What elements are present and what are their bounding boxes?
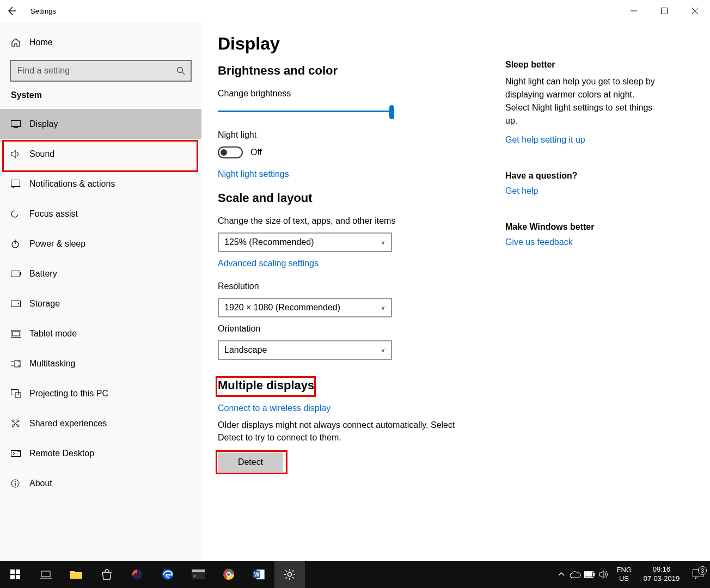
taskbar-app-store[interactable]	[91, 561, 122, 588]
minimize-button[interactable]	[619, 0, 649, 22]
window-title: Settings	[30, 7, 56, 15]
focus-assist-icon	[11, 209, 29, 218]
task-view-button[interactable]	[30, 561, 61, 588]
nav-item-tablet-mode[interactable]: Tablet mode	[0, 318, 201, 348]
nav-item-focus-assist[interactable]: Focus assist	[0, 199, 201, 229]
night-light-toggle[interactable]: Off	[218, 146, 489, 158]
resolution-label: Resolution	[218, 281, 489, 291]
tray-clock[interactable]: 09:16 07-03-2019	[637, 565, 686, 584]
slider-thumb[interactable]	[389, 105, 394, 119]
resolution-value: 1920 × 1080 (Recommended)	[224, 303, 340, 313]
titlebar: Settings	[0, 0, 710, 22]
aside-feedback-heading: Make Windows better	[505, 222, 658, 232]
maximize-button[interactable]	[649, 0, 680, 22]
start-button[interactable]	[0, 561, 30, 588]
taskbar-app-edge[interactable]	[152, 561, 183, 588]
aside-feedback-link[interactable]: Give us feedback	[505, 237, 573, 247]
svg-rect-9	[11, 180, 20, 186]
detect-button[interactable]: Detect	[218, 452, 283, 472]
section-multiple-displays-heading: Multiple displays	[218, 378, 314, 393]
nav-item-about[interactable]: About	[0, 468, 201, 498]
svg-rect-2	[662, 8, 668, 14]
settings-sidebar: Home System Display Sound Notifications …	[0, 22, 201, 561]
page-title: Display	[218, 34, 489, 54]
svg-line-62	[286, 577, 287, 578]
tray-overflow-icon[interactable]	[554, 561, 568, 588]
nav-item-battery[interactable]: Battery	[0, 259, 201, 289]
svg-line-6	[182, 72, 185, 75]
section-brightness-heading: Brightness and color	[218, 64, 489, 78]
back-button[interactable]	[0, 0, 23, 22]
nav-item-notifications[interactable]: Notifications & actions	[0, 169, 201, 199]
search-input[interactable]	[16, 65, 176, 76]
svg-point-50	[227, 573, 230, 576]
power-icon	[11, 240, 29, 248]
section-scale-heading: Scale and layout	[218, 191, 489, 205]
svg-point-27	[12, 425, 14, 427]
search-icon	[176, 66, 185, 75]
home-icon	[11, 38, 29, 47]
nav-item-multitasking[interactable]: Multitasking	[0, 348, 201, 378]
taskbar-app-word[interactable]: W	[244, 561, 274, 588]
wireless-display-link[interactable]: Connect to a wireless display	[218, 403, 330, 413]
taskbar-app-file-explorer[interactable]	[61, 561, 91, 588]
taskbar-app-terminal[interactable]: >_	[183, 561, 213, 588]
search-box[interactable]	[10, 60, 192, 82]
nav-item-power-sleep[interactable]: Power & sleep	[0, 229, 201, 259]
tray-volume-icon[interactable]	[597, 561, 611, 588]
battery-icon	[11, 271, 29, 277]
tray-action-center[interactable]: 3	[686, 569, 710, 579]
svg-rect-12	[11, 271, 20, 277]
taskbar-app-chrome[interactable]	[213, 561, 244, 588]
nav-label: Remote Desktop	[29, 449, 94, 458]
text-size-select[interactable]: 125% (Recommended) ∨	[218, 232, 392, 252]
close-button[interactable]	[680, 0, 710, 22]
nav-item-display[interactable]: Display	[0, 109, 201, 139]
resolution-select[interactable]: 1920 × 1080 (Recommended) ∨	[218, 298, 392, 317]
system-tray: ENG US 09:16 07-03-2019 3	[554, 561, 710, 588]
tray-language[interactable]: ENG US	[611, 566, 637, 583]
aside-sleep-heading: Sleep better	[505, 60, 658, 70]
aside-sleep-link[interactable]: Get help setting it up	[505, 135, 585, 145]
svg-text:>_: >_	[193, 573, 199, 578]
nav-item-remote-desktop[interactable]: Remote Desktop	[0, 438, 201, 468]
taskbar-app-firefox[interactable]	[122, 561, 152, 588]
svg-rect-13	[20, 272, 21, 275]
night-light-state: Off	[250, 148, 262, 157]
svg-line-61	[292, 571, 293, 572]
svg-rect-38	[10, 575, 15, 579]
aside-get-help-link[interactable]: Get help	[505, 186, 538, 196]
advanced-scaling-link[interactable]: Advanced scaling settings	[218, 259, 319, 268]
svg-rect-40	[41, 571, 50, 577]
aside-sleep-body: Night light can help you get to sleep by…	[505, 75, 658, 127]
nav-item-sound[interactable]: Sound	[0, 139, 201, 169]
svg-point-5	[178, 68, 183, 73]
sound-icon	[11, 150, 29, 158]
nav-label: Display	[29, 119, 58, 129]
orientation-select[interactable]: Landscape ∨	[218, 340, 392, 360]
night-light-label: Night light	[218, 130, 489, 140]
night-light-settings-link[interactable]: Night light settings	[218, 169, 289, 179]
text-size-label: Change the size of text, apps, and other…	[218, 216, 489, 226]
taskbar-app-settings[interactable]	[274, 561, 305, 588]
chevron-down-icon: ∨	[381, 304, 385, 311]
svg-rect-46	[192, 569, 205, 572]
brightness-label: Change brightness	[218, 89, 489, 99]
nav-home[interactable]: Home	[0, 27, 201, 57]
nav-label: Notifications & actions	[29, 179, 115, 189]
brightness-slider[interactable]	[218, 105, 394, 118]
nav-item-shared-experiences[interactable]: Shared experiences	[0, 408, 201, 438]
svg-line-60	[292, 577, 293, 578]
storage-icon	[11, 301, 29, 307]
tray-battery-icon[interactable]	[583, 561, 597, 588]
svg-point-35	[15, 481, 16, 482]
tray-onedrive-icon[interactable]	[568, 561, 583, 588]
nav-item-storage[interactable]: Storage	[0, 289, 201, 318]
older-displays-text: Older displays might not always connect …	[218, 419, 474, 444]
notification-count-badge: 3	[698, 566, 707, 575]
nav-label: Sound	[29, 149, 54, 159]
nav-label: Focus assist	[29, 209, 78, 219]
nav-item-projecting[interactable]: Projecting to this PC	[0, 378, 201, 408]
svg-rect-65	[593, 573, 595, 576]
svg-rect-17	[13, 332, 20, 336]
